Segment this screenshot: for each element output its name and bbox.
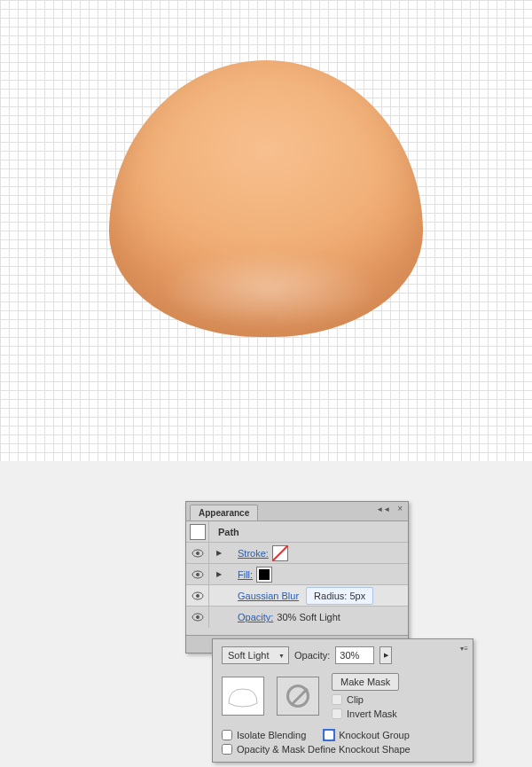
opacity-mask-define-checkbox[interactable]: Opacity & Mask Define Knockout Shape xyxy=(222,744,411,755)
opacity-input[interactable]: 30% xyxy=(335,646,374,664)
mask-thumbnail[interactable] xyxy=(277,677,319,716)
object-thumbnail[interactable] xyxy=(222,677,264,716)
make-mask-button[interactable]: Make Mask xyxy=(332,673,399,691)
visibility-toggle[interactable] xyxy=(186,607,209,628)
effect-radius-badge[interactable]: Radius: 5px xyxy=(306,587,373,605)
path-shape[interactable] xyxy=(109,60,423,337)
expand-icon[interactable]: ▶ xyxy=(216,570,222,578)
visibility-toggle[interactable] xyxy=(186,585,209,606)
invert-mask-checkbox: Invert Mask xyxy=(332,708,399,719)
opacity-stepper[interactable]: ▶ xyxy=(379,646,392,664)
panel-menu-icon[interactable]: ◄◄ xyxy=(374,504,392,515)
visibility-toggle[interactable] xyxy=(186,564,209,584)
svg-point-1 xyxy=(196,552,200,555)
effect-name[interactable]: Gaussian Blur xyxy=(232,591,299,601)
expand-icon[interactable]: ▶ xyxy=(216,549,222,557)
visibility-toggle[interactable] xyxy=(186,543,209,563)
appearance-panel: ◄◄ × Appearance Path ▶ Stroke: ▶ Fill: G… xyxy=(185,501,409,654)
svg-point-7 xyxy=(196,615,200,619)
svg-point-5 xyxy=(196,594,200,598)
knockout-group-checkbox[interactable]: Knockout Group xyxy=(324,730,410,740)
transparency-panel: ▾≡ Soft Light Opacity: 30% ▶ Make Mask C… xyxy=(212,638,473,763)
blend-mode-select[interactable]: Soft Light xyxy=(222,646,289,664)
fill-row[interactable]: ▶ Fill: xyxy=(186,564,408,585)
fill-label[interactable]: Fill: xyxy=(232,569,253,580)
artboard-canvas[interactable] xyxy=(0,0,532,461)
isolate-blending-checkbox[interactable]: Isolate Blending xyxy=(222,730,306,740)
opacity-row[interactable]: Opacity: 30% Soft Light xyxy=(186,607,408,628)
opacity-label: Opacity: xyxy=(294,650,330,661)
shape-highlight xyxy=(157,250,382,328)
panel-menu-icon[interactable]: ▾≡ xyxy=(458,643,470,654)
target-row[interactable]: Path xyxy=(186,521,408,543)
fill-swatch[interactable] xyxy=(256,567,272,583)
appearance-tab[interactable]: Appearance xyxy=(190,505,258,520)
opacity-value: 30% Soft Light xyxy=(273,612,340,622)
object-thumb-icon xyxy=(190,524,206,540)
stroke-label[interactable]: Stroke: xyxy=(232,548,269,559)
effect-row[interactable]: Gaussian Blur Radius: 5px xyxy=(186,585,408,607)
stroke-row[interactable]: ▶ Stroke: xyxy=(186,543,408,564)
object-type-label: Path xyxy=(209,527,239,537)
stroke-swatch-none[interactable] xyxy=(272,545,288,561)
panel-close-icon[interactable]: × xyxy=(394,504,406,515)
svg-point-3 xyxy=(196,573,200,576)
thumbnail-shape-icon xyxy=(225,684,261,708)
no-mask-icon xyxy=(286,685,309,708)
clip-checkbox: Clip xyxy=(332,694,399,705)
opacity-label[interactable]: Opacity: xyxy=(232,612,273,622)
